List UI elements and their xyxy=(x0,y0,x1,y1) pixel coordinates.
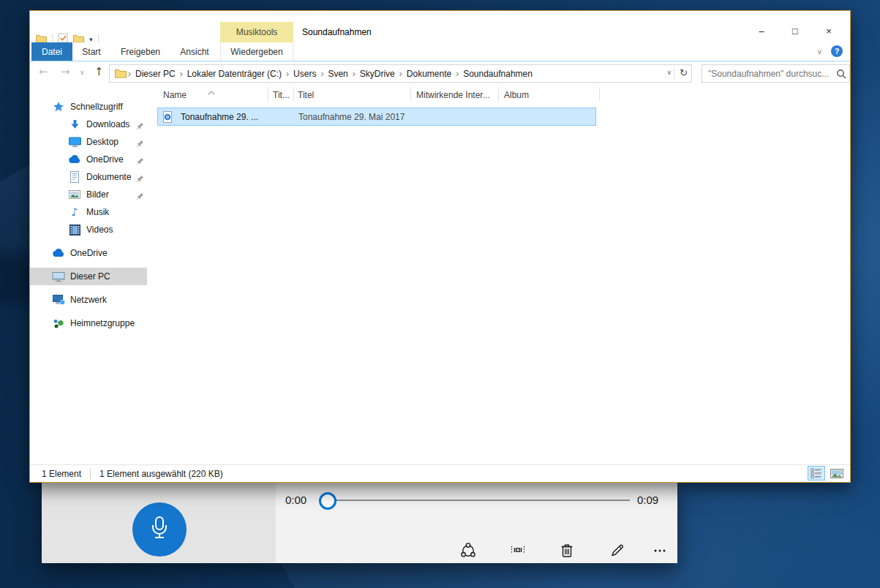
microphone-icon xyxy=(147,514,172,545)
rename-button[interactable] xyxy=(608,540,627,559)
file-name: Tonaufnahme 29. ... xyxy=(181,112,258,122)
up-icon[interactable]: ↑ xyxy=(94,65,104,78)
tab-start[interactable]: Start xyxy=(75,42,108,61)
sidebar-item-label: Netzwerk xyxy=(70,295,107,305)
breadcrumb-skydrive[interactable]: SkyDrive xyxy=(360,69,395,79)
back-icon[interactable]: ← xyxy=(39,65,48,78)
documents-icon xyxy=(68,171,81,183)
column-header-tit[interactable]: Tit... xyxy=(273,86,290,105)
tab-wiedergeben[interactable]: Wiedergeben xyxy=(220,42,293,61)
column-separator[interactable] xyxy=(498,87,499,102)
sidebar-item-label: Schnellzugriff xyxy=(70,102,123,112)
record-button[interactable] xyxy=(132,502,187,557)
homegroup-icon xyxy=(52,318,65,328)
thumbnail-view-button[interactable] xyxy=(828,466,846,480)
breadcrumb-soundaufnahmen[interactable]: Soundaufnahmen xyxy=(463,69,533,79)
network-icon xyxy=(52,295,65,305)
playback-slider-thumb[interactable] xyxy=(319,492,336,510)
search-icon[interactable] xyxy=(836,69,846,82)
column-header-titel[interactable]: Titel xyxy=(298,86,314,105)
file-explorer-window: ▾ Musiktools Soundaufnahmen – □ × Datei … xyxy=(29,10,851,483)
sidebar-item-label: Videos xyxy=(86,225,113,235)
tab-ansicht[interactable]: Ansicht xyxy=(173,42,216,61)
column-separator[interactable] xyxy=(599,87,600,102)
quick-access-star-icon xyxy=(52,101,65,113)
sidebar-item-musik[interactable]: ♪ Musik xyxy=(30,203,147,221)
column-header-mitwirkende[interactable]: Mitwirkende Inter... xyxy=(416,86,490,105)
delete-button[interactable] xyxy=(557,540,576,559)
sidebar-item-desktop[interactable]: Desktop xyxy=(30,133,147,151)
selection-summary: 1 Element ausgewählt (220 KB) xyxy=(99,469,223,479)
column-separator[interactable] xyxy=(410,87,411,102)
media-file-icon xyxy=(162,111,173,123)
breadcrumb-sven[interactable]: Sven xyxy=(328,69,347,79)
minimize-button[interactable]: – xyxy=(745,23,778,39)
details-view-icon xyxy=(811,468,822,478)
address-bar[interactable]: › Dieser PC › Lokaler Datenträger (C:) ›… xyxy=(109,64,692,83)
tab-freigeben[interactable]: Freigeben xyxy=(115,42,166,61)
videos-film-icon xyxy=(68,225,81,235)
trash-icon xyxy=(557,540,576,559)
trim-button[interactable] xyxy=(508,540,527,559)
column-separator[interactable] xyxy=(293,87,294,102)
breadcrumb-dieser-pc[interactable]: Dieser PC xyxy=(135,69,176,79)
sidebar-item-downloads[interactable]: Downloads xyxy=(30,116,147,133)
sidebar-item-label: Dieser PC xyxy=(70,271,110,282)
crumb-separator: › xyxy=(286,69,289,79)
sidebar-item-label: Desktop xyxy=(86,137,119,147)
breadcrumb-dokumente[interactable]: Dokumente xyxy=(407,69,451,79)
column-header-name[interactable]: Name xyxy=(163,86,187,105)
maximize-button[interactable]: □ xyxy=(778,23,812,39)
window-title: Soundaufnahmen xyxy=(302,27,372,37)
forward-icon[interactable]: → xyxy=(61,65,70,78)
sidebar-item-heimnetzgruppe[interactable]: Heimnetzgruppe xyxy=(30,314,147,332)
pin-icon xyxy=(136,137,144,151)
pin-icon xyxy=(136,155,144,168)
file-list-pane: Name Tit... Titel Mitwirkende Inter... A… xyxy=(147,84,850,464)
search-box[interactable] xyxy=(702,64,850,83)
sidebar-item-onedrive[interactable]: OneDrive xyxy=(30,244,147,262)
ribbon-right-controls: ∨ ? xyxy=(817,45,843,57)
sidebar-item-netzwerk[interactable]: Netzwerk xyxy=(30,291,147,309)
sidebar-item-dieser-pc[interactable]: Dieser PC xyxy=(30,268,147,285)
more-button[interactable] xyxy=(650,540,669,559)
sidebar-item-label: Dokumente xyxy=(86,172,131,182)
details-view-button[interactable] xyxy=(808,466,825,480)
breadcrumb-lokaler-datentraeger[interactable]: Lokaler Datenträger (C:) xyxy=(187,69,282,79)
pin-icon xyxy=(136,190,144,203)
trim-icon xyxy=(508,540,527,559)
help-icon[interactable]: ? xyxy=(831,45,843,57)
recent-locations-chevron-icon[interactable]: ∨ xyxy=(80,69,85,76)
window-controls: – □ × xyxy=(745,23,846,39)
sidebar-item-onedrive-pinned[interactable]: OneDrive xyxy=(30,151,147,168)
playback-duration: 0:09 xyxy=(637,494,658,506)
address-dropdown-chevron-icon[interactable]: ∨ xyxy=(666,69,672,76)
column-separator[interactable] xyxy=(268,87,268,102)
pin-icon xyxy=(136,173,144,186)
sidebar-item-dokumente[interactable]: Dokumente xyxy=(30,168,147,186)
sidebar-item-label: Bilder xyxy=(86,189,109,200)
crumb-separator: › xyxy=(456,69,459,79)
sidebar-item-label: OneDrive xyxy=(70,248,108,258)
this-pc-monitor-icon xyxy=(52,271,65,282)
collapse-ribbon-chevron-icon[interactable]: ∨ xyxy=(817,48,822,56)
music-note-icon: ♪ xyxy=(68,207,81,218)
ribbon-tab-bar: Datei Start Freigeben Ansicht Wiedergebe… xyxy=(30,42,850,61)
sidebar-item-schnellzugriff[interactable]: Schnellzugriff xyxy=(30,98,147,116)
contextual-tab-group: Musiktools xyxy=(220,22,293,42)
breadcrumb-users[interactable]: Users xyxy=(293,69,316,79)
share-button[interactable] xyxy=(459,540,478,559)
sidebar-item-bilder[interactable]: Bilder xyxy=(30,186,147,203)
tab-datei[interactable]: Datei xyxy=(31,42,72,61)
refresh-icon[interactable]: ↻ xyxy=(680,67,688,78)
file-row-tonaufnahme[interactable]: Tonaufnahme 29. ... Tonaufnahme 29. Mai … xyxy=(157,108,596,126)
search-input[interactable] xyxy=(707,66,835,81)
playback-slider-track[interactable] xyxy=(336,500,630,501)
sidebar-item-videos[interactable]: Videos xyxy=(30,221,147,238)
downloads-icon xyxy=(68,119,81,130)
address-divider xyxy=(674,68,674,80)
column-header-album[interactable]: Album xyxy=(504,86,529,105)
close-button[interactable]: × xyxy=(812,23,846,39)
file-titel: Tonaufnahme 29. Mai 2017 xyxy=(298,112,405,122)
pencil-icon xyxy=(608,540,627,559)
